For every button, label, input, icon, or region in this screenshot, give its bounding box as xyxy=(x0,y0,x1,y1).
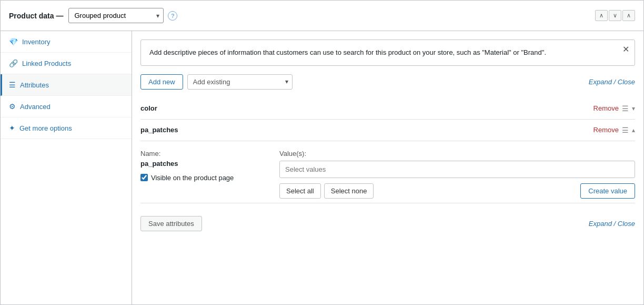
header-arrows: ∧ ∨ ∧ xyxy=(595,10,635,21)
sidebar: 💎 Inventory 🔗 Linked Products ☰ Attribut… xyxy=(1,31,132,304)
attr-name-label: Name: xyxy=(140,150,267,158)
sidebar-item-attributes[interactable]: ☰ Attributes xyxy=(1,74,132,96)
sidebar-item-attributes-label: Attributes xyxy=(20,81,49,89)
info-box-text: Add descriptive pieces of information th… xyxy=(149,48,546,56)
save-attributes-button[interactable]: Save attributes xyxy=(140,216,202,231)
select-values-input[interactable] xyxy=(279,161,635,178)
visible-on-product-page-checkbox[interactable] xyxy=(140,174,148,181)
attr-name-col: Name: pa_patches Visible on the product … xyxy=(140,150,267,199)
collapse-up-button[interactable]: ∧ xyxy=(595,10,608,21)
save-row: Save attributes Expand / Close xyxy=(140,208,635,231)
attributes-icon: ☰ xyxy=(9,81,16,89)
product-data-panel: Product data — Grouped product Simple pr… xyxy=(0,0,644,305)
product-data-body: 💎 Inventory 🔗 Linked Products ☰ Attribut… xyxy=(1,31,643,304)
select-none-button[interactable]: Select none xyxy=(324,183,374,199)
advanced-icon: ⚙ xyxy=(9,102,16,111)
linked-products-icon: 🔗 xyxy=(9,59,18,67)
sidebar-item-linked-products-label: Linked Products xyxy=(22,60,71,67)
create-value-button[interactable]: Create value xyxy=(580,183,635,199)
add-new-button[interactable]: Add new xyxy=(140,74,183,90)
info-box-close-icon[interactable]: ✕ xyxy=(622,45,629,54)
chevron-color-down-icon[interactable]: ▾ xyxy=(632,105,635,112)
sort-color-icon[interactable]: ☰ xyxy=(622,104,629,113)
main-content: Add descriptive pieces of information th… xyxy=(132,31,643,304)
values-btn-row: Select all Select none Create value xyxy=(279,183,635,199)
attribute-actions-pa-patches: Remove ☰ ▴ xyxy=(593,126,635,134)
toolbar-row: Add new Add existing Expand / Close xyxy=(140,74,635,90)
sidebar-item-advanced[interactable]: ⚙ Advanced xyxy=(1,96,132,117)
attribute-name-pa-patches: pa_patches xyxy=(140,126,593,134)
select-all-button[interactable]: Select all xyxy=(279,183,321,199)
get-more-options-icon: ✦ xyxy=(9,124,15,132)
attr-name-value: pa_patches xyxy=(140,160,267,168)
sort-pa-patches-icon[interactable]: ☰ xyxy=(622,126,629,134)
sidebar-item-get-more-options-label: Get more options xyxy=(19,124,72,132)
help-icon[interactable]: ? xyxy=(168,11,177,21)
sidebar-item-inventory-label: Inventory xyxy=(22,38,50,46)
attribute-name-color: color xyxy=(140,104,593,112)
collapse-down-button[interactable]: ∨ xyxy=(609,10,621,21)
inventory-icon: 💎 xyxy=(9,37,18,46)
product-type-select-wrapper: Grouped product Simple product External/… xyxy=(68,8,177,23)
pa-patches-detail-inner: Name: pa_patches Visible on the product … xyxy=(140,150,635,199)
attribute-actions-color: Remove ☰ ▾ xyxy=(593,104,635,113)
attribute-row-pa-patches: pa_patches Remove ☰ ▴ xyxy=(140,120,635,141)
expand-close-link-bottom[interactable]: Expand / Close xyxy=(589,220,635,228)
visible-on-product-page-text: Visible on the product page xyxy=(151,174,234,182)
chevron-pa-patches-up-icon[interactable]: ▴ xyxy=(632,126,635,134)
expand-close-link-top[interactable]: Expand / Close xyxy=(589,78,635,86)
pa-patches-detail: Name: pa_patches Visible on the product … xyxy=(140,141,635,203)
info-box: Add descriptive pieces of information th… xyxy=(140,40,635,66)
sidebar-item-advanced-label: Advanced xyxy=(20,103,51,111)
collapse-close-button[interactable]: ∧ xyxy=(622,10,635,21)
attr-values-col: Value(s): Select all Select none Create … xyxy=(279,150,635,199)
add-existing-select[interactable]: Add existing xyxy=(187,74,293,90)
add-existing-select-wrapper: Add existing xyxy=(187,74,293,90)
attribute-row-color: color Remove ☰ ▾ xyxy=(140,98,635,120)
sidebar-item-linked-products[interactable]: 🔗 Linked Products xyxy=(1,53,132,74)
sidebar-item-get-more-options[interactable]: ✦ Get more options xyxy=(1,117,132,139)
sidebar-item-inventory[interactable]: 💎 Inventory xyxy=(1,31,132,53)
remove-color-link[interactable]: Remove xyxy=(593,104,619,112)
visible-on-product-page-label: Visible on the product page xyxy=(140,174,267,182)
product-data-header: Product data — Grouped product Simple pr… xyxy=(1,1,643,31)
product-type-select-container: Grouped product Simple product External/… xyxy=(68,8,164,23)
product-type-select[interactable]: Grouped product Simple product External/… xyxy=(68,8,164,23)
remove-pa-patches-link[interactable]: Remove xyxy=(593,126,619,134)
product-data-label: Product data — xyxy=(9,12,63,20)
attr-values-label: Value(s): xyxy=(279,150,635,158)
